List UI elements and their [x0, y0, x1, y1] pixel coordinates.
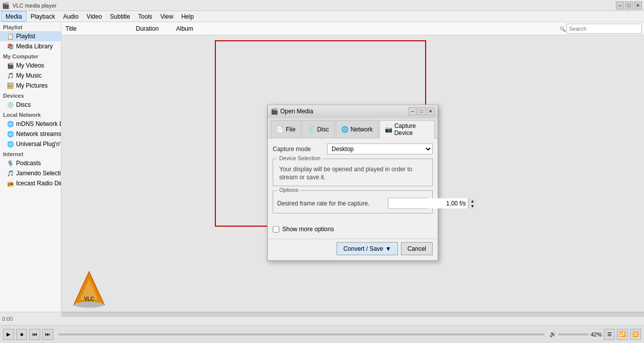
sidebar-item-label: Podcasts [16, 160, 41, 167]
device-selection-content: Your display will be opened and played i… [277, 162, 428, 182]
sidebar-icon: 📻 [7, 180, 14, 187]
dialog-title: Open Media [280, 108, 313, 115]
sidebar-item-icecast-radio-direc-[interactable]: 📻Icecast Radio Direc... [0, 178, 61, 188]
sidebar-icon: 🌐 [7, 121, 14, 127]
sidebar-item-network-streams-s-[interactable]: 🌐Network streams (S... [0, 129, 61, 139]
dialog-minimize-button[interactable]: ─ [409, 107, 417, 115]
dialog-close-button[interactable]: ✕ [427, 107, 435, 115]
spinbox-up-button[interactable]: ▲ [468, 198, 476, 203]
convert-save-button[interactable]: Convert / Save ▼ [337, 242, 397, 255]
sidebar: Playlist📋Playlist📚Media LibraryMy Comput… [0, 22, 61, 317]
options-group: Options Desired frame rate for the captu… [273, 190, 433, 214]
dialog-controls: ─ □ ✕ [409, 107, 435, 115]
sidebar-item-label: mDNS Network Dis... [16, 120, 61, 127]
show-more-options-row: Show more options [268, 226, 438, 236]
dialog-tab-file[interactable]: 📄File [271, 120, 301, 138]
frame-rate-input[interactable] [388, 198, 468, 209]
spinbox-controls: ▲ ▼ [468, 198, 476, 209]
search-area: 🔍 [559, 24, 642, 34]
sidebar-item-my-music[interactable]: 🎵My Music [0, 71, 61, 81]
tab-icon: 📷 [385, 125, 392, 132]
menu-item-subtitle[interactable]: Subtitle [106, 11, 134, 22]
sidebar-item-label: Playlist [16, 33, 35, 40]
tab-label: File [286, 125, 295, 132]
sidebar-icon: 🎬 [7, 62, 14, 69]
sidebar-item-media-library[interactable]: 📚Media Library [0, 41, 61, 51]
sidebar-item-discs[interactable]: 💿Discs [0, 100, 61, 110]
sidebar-item-podcasts[interactable]: 🎙️Podcasts [0, 158, 61, 168]
show-more-options-label: Show more options [282, 226, 334, 233]
frame-rate-spinbox: ▲ ▼ [388, 198, 428, 209]
tab-label: Disc [317, 125, 329, 132]
sidebar-icon: 🎵 [7, 73, 14, 79]
menu-item-playback[interactable]: Playback [27, 11, 59, 22]
dialog-tab-disc[interactable]: 💿Disc [302, 120, 334, 138]
show-more-options-checkbox[interactable] [273, 226, 279, 232]
content-area: Title Duration Album 🔍 [61, 22, 644, 317]
device-selection-title: Device Selection [277, 155, 323, 161]
menu-item-view[interactable]: View [156, 11, 178, 22]
frame-rate-row: Desired frame rate for the capture. ▲ ▼ [277, 198, 428, 209]
tab-icon: 💿 [307, 125, 315, 132]
dialog-maximize-button[interactable]: □ [418, 107, 426, 115]
volume-level: 42% [591, 331, 602, 337]
menu-item-audio[interactable]: Audio [59, 11, 83, 22]
cancel-label: Cancel [408, 245, 426, 252]
open-media-dialog: 🎬 Open Media ─ □ ✕ 📄File💿Disc🌐Network📷Ca… [267, 104, 438, 261]
playlist-button[interactable]: ☰ [604, 329, 615, 340]
maximize-button[interactable]: □ [625, 2, 633, 10]
sidebar-icon: 📋 [7, 33, 14, 40]
progress-bar[interactable] [58, 333, 544, 335]
menu-item-media[interactable]: Media [1, 11, 27, 22]
minimize-button[interactable]: ─ [616, 2, 624, 10]
spinbox-down-button[interactable]: ▼ [468, 203, 476, 209]
convert-save-label: Convert / Save [343, 245, 383, 252]
convert-save-arrow: ▼ [385, 245, 391, 252]
dialog-title-area: 🎬 Open Media [271, 108, 313, 115]
close-button[interactable]: ✕ [634, 2, 642, 10]
device-selection-group: Device Selection Your display will be op… [273, 158, 433, 186]
sidebar-section-devices: Devices [0, 91, 61, 100]
dialog-tabs: 📄File💿Disc🌐Network📷Capture Device [268, 118, 438, 138]
random-button[interactable]: 🔀 [630, 329, 641, 340]
sidebar-icon: 🎙️ [7, 160, 14, 167]
sidebar-item-label: My Videos [16, 62, 44, 69]
capture-mode-select[interactable]: Desktop DirectShow [327, 143, 433, 154]
sidebar-item-jamendo-selections[interactable]: 🎵Jamendo Selections [0, 168, 61, 178]
search-input[interactable] [567, 24, 642, 34]
loop-button[interactable]: 🔁 [617, 329, 628, 340]
sidebar-item-universal-plug-n-play[interactable]: 🌐Universal Plug'n'Play [0, 139, 61, 149]
tab-icon: 📄 [276, 125, 284, 132]
stop-button[interactable]: ■ [16, 329, 27, 340]
menu-item-tools[interactable]: Tools [134, 11, 156, 22]
menu-item-help[interactable]: Help [177, 11, 198, 22]
tab-label: Capture Device [394, 122, 429, 136]
volume-slider[interactable] [558, 333, 589, 335]
device-selection-description: Your display will be opened and played i… [279, 165, 426, 182]
sidebar-item-playlist[interactable]: 📋Playlist [0, 31, 61, 41]
sidebar-item-label: My Pictures [16, 82, 48, 89]
sidebar-item-mdns-network-dis-[interactable]: 🌐mDNS Network Dis... [0, 119, 61, 129]
app-icon: 🎬 [2, 2, 10, 9]
sidebar-icon: 🖼️ [7, 83, 14, 89]
dialog-tab-network[interactable]: 🌐Network [336, 120, 378, 138]
sidebar-item-my-videos[interactable]: 🎬My Videos [0, 60, 61, 71]
modal-overlay: 🎬 Open Media ─ □ ✕ 📄File💿Disc🌐Network📷Ca… [61, 35, 644, 317]
col-header-title: Title [65, 25, 136, 32]
app-title: VLC media player [13, 3, 56, 9]
tab-icon: 🌐 [341, 125, 349, 132]
play-button[interactable]: ▶ [3, 329, 14, 340]
cancel-button[interactable]: Cancel [401, 242, 433, 255]
sidebar-icon: 💿 [7, 102, 14, 108]
title-bar-left: 🎬 VLC media player [2, 2, 56, 9]
sidebar-item-label: Discs [16, 101, 31, 108]
sidebar-item-label: Network streams (S... [16, 130, 61, 138]
menu-item-video[interactable]: Video [83, 11, 106, 22]
dialog-tab-capture-device[interactable]: 📷Capture Device [379, 120, 435, 138]
sidebar-item-my-pictures[interactable]: 🖼️My Pictures [0, 81, 61, 91]
next-button[interactable]: ⏭ [42, 329, 53, 340]
prev-button[interactable]: ⏮ [29, 329, 40, 340]
capture-mode-label: Capture mode [273, 145, 323, 152]
sidebar-icon: 🎵 [7, 170, 14, 177]
column-headers-bar: Title Duration Album 🔍 [61, 22, 644, 35]
